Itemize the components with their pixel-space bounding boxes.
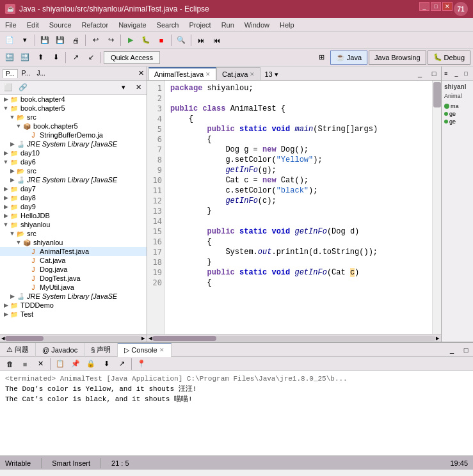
outline-item-2[interactable]: ge (444, 111, 470, 117)
tree-item-myutil[interactable]: ▶ J MyUtil.java (0, 283, 147, 292)
collapse-all-button[interactable]: ⬜ (1, 81, 15, 94)
tree-item-dogtest[interactable]: ▶ J DogTest.java (0, 274, 147, 283)
print-button[interactable]: 🖨 (68, 34, 83, 47)
next-button[interactable]: ⏭ (194, 34, 208, 47)
save-all-button[interactable]: 💾 (53, 34, 67, 47)
editor-horiz-scroll[interactable]: ◂ ▸ (147, 334, 441, 342)
tb2-btn4[interactable]: ⬇ (49, 51, 63, 64)
tree-item-book-chapter5-nested[interactable]: ▼ 📦 book.chapter5 (0, 122, 147, 131)
tree-item-shiyanlou-pkg[interactable]: ▼ 📦 shiyanlou (0, 238, 147, 247)
tree-item-book-chapter4[interactable]: ▶ 📁 book.chapter4 (0, 95, 147, 104)
pkg-tab-1[interactable]: P... (3, 69, 18, 78)
tab-console[interactable]: ▷ Console ✕ (118, 343, 171, 357)
bottom-max[interactable]: □ (459, 344, 473, 356)
tb2-btn5[interactable]: ↗ (68, 51, 83, 64)
tree-item-hellojdb[interactable]: ▶ 📁 HelloJDB (0, 211, 147, 220)
tb2-btn2[interactable]: 🔜 (18, 51, 32, 64)
minimize-button[interactable]: _ (419, 2, 429, 11)
open-perspective-button[interactable]: ⊞ (315, 51, 329, 64)
quick-access-button[interactable]: Quick Access (104, 51, 160, 64)
tab-animaltest-close[interactable]: ✕ (205, 71, 211, 77)
search-button[interactable]: 🔍 (174, 34, 188, 47)
console-scroll-lock[interactable]: 🔒 (84, 358, 98, 370)
tab-console-close[interactable]: ✕ (159, 347, 164, 353)
tree-item-animaltest[interactable]: ▶ J AnimalTest.java (0, 247, 147, 256)
stop-button[interactable]: ■ (154, 34, 168, 47)
tree-item-day7[interactable]: ▶ 📁 day7 (0, 184, 147, 193)
perspective-debug-button[interactable]: 🐛 Debug (428, 51, 470, 65)
tree-item-test[interactable]: ▶ 📁 Test (0, 310, 147, 319)
menu-project[interactable]: Project (184, 20, 216, 30)
menu-window[interactable]: Window (239, 20, 275, 30)
view-menu-button[interactable]: ▾ (116, 81, 131, 94)
menu-source[interactable]: Source (44, 20, 77, 30)
tree-item-jre-day6[interactable]: ▶ 🍶 JRE System Library [JavaSE (0, 175, 147, 184)
console-clear[interactable]: 🗑 (3, 358, 17, 370)
editor-scrollbar[interactable] (432, 81, 441, 334)
close-button[interactable]: ✕ (442, 2, 453, 11)
menu-search[interactable]: Search (152, 20, 184, 30)
tb2-btn3[interactable]: ⬆ (33, 51, 47, 64)
tree-item-jre1[interactable]: ▶ 🍶 JRE System Library [JavaSE (0, 139, 147, 148)
tree-item-book-chapter5[interactable]: ▼ 📁 book.chapter5 (0, 104, 147, 113)
console-open[interactable]: ↗ (115, 358, 129, 370)
tab-declaration[interactable]: § 声明 (84, 343, 118, 357)
tree-item-day10[interactable]: ▶ 📁 day10 (0, 148, 147, 157)
outline-item-1[interactable]: ma (444, 103, 470, 109)
editor-max-button[interactable]: □ (427, 67, 441, 80)
tab-javadoc[interactable]: @ Javadoc (36, 343, 84, 357)
maximize-button[interactable]: □ (431, 2, 441, 11)
tree-item-cat[interactable]: ▶ J Cat.java (0, 256, 147, 265)
menu-file[interactable]: File (0, 20, 22, 30)
code-editor[interactable]: package shiyanlou; public class AnimalTe… (165, 81, 432, 334)
tb-dropdown1[interactable]: ▾ (18, 34, 32, 47)
menu-help[interactable]: Help (275, 20, 300, 30)
editor-min-button[interactable]: _ (413, 67, 427, 80)
tree-item-shiyanlou[interactable]: ▼ 📁 shiyanlou (0, 220, 147, 229)
console-pin[interactable]: 📍 (134, 358, 148, 370)
console-copy[interactable]: 📋 (53, 358, 67, 370)
bottom-min[interactable]: _ (445, 344, 459, 356)
tree-item-day9[interactable]: ▶ 📁 day9 (0, 202, 147, 211)
editor-tabs-more[interactable]: 13 ▾ (261, 69, 282, 80)
scroll-right-arrow[interactable]: ▸ (141, 334, 145, 342)
perspective-java-button[interactable]: ☕ Java (330, 51, 367, 65)
pkg-tab-2[interactable]: P... (19, 69, 33, 77)
prev-button[interactable]: ⏮ (209, 34, 223, 47)
tree-item-day8[interactable]: ▶ 📁 day8 (0, 193, 147, 202)
tree-item-tdddemo[interactable]: ▶ 📁 TDDDemo (0, 301, 147, 310)
pkg-horiz-scroll[interactable]: ◂ ▸ (0, 334, 147, 342)
tree-item-src1[interactable]: ▼ 📂 src (0, 113, 147, 122)
tb2-btn1[interactable]: 🔙 (3, 51, 17, 64)
console-scroll-end[interactable]: ⬇ (99, 358, 113, 370)
close-explorer-icon[interactable]: ✕ (138, 69, 144, 77)
console-remove[interactable]: ✕ (33, 358, 47, 370)
tab-cat[interactable]: Cat.java ✕ (216, 67, 261, 80)
console-paste[interactable]: 📌 (68, 358, 83, 370)
menu-edit[interactable]: Edit (22, 20, 44, 30)
undo-button[interactable]: ↩ (88, 34, 102, 47)
redo-button[interactable]: ↪ (104, 34, 118, 47)
menu-run[interactable]: Run (216, 20, 239, 30)
tab-animaltest[interactable]: AnimalTest.java ✕ (148, 67, 216, 80)
run-button[interactable]: ▶ (124, 34, 138, 47)
link-editor-button[interactable]: 🔗 (16, 81, 30, 94)
outline-max[interactable]: □ (461, 69, 470, 78)
tab-problems[interactable]: ⚠ 问题 (0, 343, 36, 357)
menu-navigate[interactable]: Navigate (113, 20, 151, 30)
new-button[interactable]: 📄 (3, 34, 17, 47)
tree-item-stringbuffer[interactable]: ▶ J StringBufferDemo.ja (0, 131, 147, 139)
tb2-btn6[interactable]: ↙ (84, 51, 98, 64)
outline-min[interactable]: _ (452, 69, 461, 78)
menu-refactor[interactable]: Refactor (77, 20, 114, 30)
tree-item-src-day6[interactable]: ▶ 📂 src (0, 166, 147, 175)
console-stop[interactable]: ■ (18, 358, 32, 370)
tree-item-jre-shiyanlou[interactable]: ▶ 🍶 JRE System Library [JavaSE (0, 292, 147, 301)
perspective-browsing-button[interactable]: Java Browsing (369, 51, 426, 65)
view-close-button[interactable]: ✕ (131, 81, 145, 94)
tree-item-dog[interactable]: ▶ J Dog.java (0, 265, 147, 274)
save-button[interactable]: 💾 (38, 34, 52, 47)
pkg-tab-3[interactable]: J... (34, 69, 47, 77)
tab-cat-close[interactable]: ✕ (250, 71, 255, 77)
tree-item-day6[interactable]: ▼ 📁 day6 (0, 157, 147, 166)
